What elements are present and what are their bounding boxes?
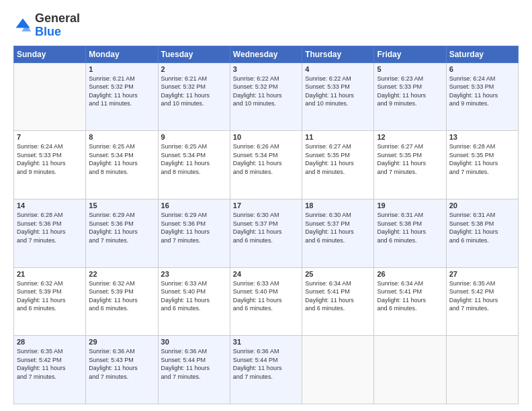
calendar-cell: 6Sunrise: 6:24 AM Sunset: 5:33 PM Daylig…: [446, 62, 518, 131]
day-number: 28: [17, 338, 83, 346]
day-number: 24: [233, 270, 299, 278]
day-number: 18: [305, 201, 371, 210]
day-info: Sunrise: 6:22 AM Sunset: 5:32 PM Dayligh…: [233, 75, 299, 108]
day-number: 26: [377, 270, 443, 278]
week-row-3: 14Sunrise: 6:28 AM Sunset: 5:36 PM Dayli…: [14, 199, 519, 267]
day-info: Sunrise: 6:25 AM Sunset: 5:34 PM Dayligh…: [89, 142, 154, 176]
day-info: Sunrise: 6:26 AM Sunset: 5:34 PM Dayligh…: [233, 142, 299, 176]
calendar-cell: 23Sunrise: 6:33 AM Sunset: 5:40 PM Dayli…: [158, 267, 230, 336]
day-number: 13: [449, 133, 515, 141]
calendar-cell: 14Sunrise: 6:28 AM Sunset: 5:36 PM Dayli…: [14, 199, 86, 267]
calendar-cell: 18Sunrise: 6:30 AM Sunset: 5:37 PM Dayli…: [302, 199, 374, 267]
calendar-cell: 21Sunrise: 6:32 AM Sunset: 5:39 PM Dayli…: [14, 267, 86, 336]
day-info: Sunrise: 6:28 AM Sunset: 5:36 PM Dayligh…: [17, 211, 83, 244]
day-info: Sunrise: 6:34 AM Sunset: 5:41 PM Dayligh…: [305, 279, 371, 313]
day-info: Sunrise: 6:33 AM Sunset: 5:40 PM Dayligh…: [233, 279, 299, 313]
calendar-cell: 8Sunrise: 6:25 AM Sunset: 5:34 PM Daylig…: [86, 131, 158, 199]
day-number: 25: [305, 270, 371, 278]
calendar-cell: 11Sunrise: 6:27 AM Sunset: 5:35 PM Dayli…: [302, 131, 374, 199]
day-number: 27: [449, 270, 515, 278]
weekday-monday: Monday: [86, 46, 158, 62]
weekday-wednesday: Wednesday: [230, 46, 302, 62]
calendar-cell: 28Sunrise: 6:35 AM Sunset: 5:42 PM Dayli…: [14, 336, 86, 404]
week-row-5: 28Sunrise: 6:35 AM Sunset: 5:42 PM Dayli…: [14, 336, 519, 404]
day-info: Sunrise: 6:30 AM Sunset: 5:37 PM Dayligh…: [233, 211, 299, 244]
header: General Blue: [13, 12, 519, 39]
calendar-cell: 5Sunrise: 6:23 AM Sunset: 5:33 PM Daylig…: [374, 62, 446, 131]
calendar-cell: 12Sunrise: 6:27 AM Sunset: 5:35 PM Dayli…: [374, 131, 446, 199]
day-number: 29: [89, 338, 154, 346]
weekday-thursday: Thursday: [302, 46, 374, 62]
calendar-cell: [446, 336, 518, 404]
calendar-cell: 31Sunrise: 6:36 AM Sunset: 5:44 PM Dayli…: [230, 336, 302, 404]
day-number: 15: [89, 201, 154, 210]
day-number: 23: [161, 270, 227, 278]
day-number: 12: [377, 133, 443, 141]
day-number: 16: [161, 201, 227, 210]
day-info: Sunrise: 6:25 AM Sunset: 5:34 PM Dayligh…: [161, 142, 227, 176]
calendar-cell: 7Sunrise: 6:24 AM Sunset: 5:33 PM Daylig…: [14, 131, 86, 199]
day-info: Sunrise: 6:29 AM Sunset: 5:36 PM Dayligh…: [89, 211, 154, 244]
day-info: Sunrise: 6:31 AM Sunset: 5:38 PM Dayligh…: [377, 211, 443, 244]
day-info: Sunrise: 6:21 AM Sunset: 5:32 PM Dayligh…: [161, 75, 227, 108]
day-info: Sunrise: 6:30 AM Sunset: 5:37 PM Dayligh…: [305, 211, 371, 244]
calendar-cell: 13Sunrise: 6:28 AM Sunset: 5:35 PM Dayli…: [446, 131, 518, 199]
day-info: Sunrise: 6:33 AM Sunset: 5:40 PM Dayligh…: [161, 279, 227, 313]
day-number: 8: [89, 133, 154, 141]
day-number: 4: [305, 65, 371, 73]
calendar-cell: 30Sunrise: 6:36 AM Sunset: 5:44 PM Dayli…: [158, 336, 230, 404]
calendar-cell: 19Sunrise: 6:31 AM Sunset: 5:38 PM Dayli…: [374, 199, 446, 267]
day-number: 11: [305, 133, 371, 141]
calendar-cell: 9Sunrise: 6:25 AM Sunset: 5:34 PM Daylig…: [158, 131, 230, 199]
day-number: 31: [233, 338, 299, 346]
day-info: Sunrise: 6:27 AM Sunset: 5:35 PM Dayligh…: [305, 142, 371, 176]
day-info: Sunrise: 6:32 AM Sunset: 5:39 PM Dayligh…: [89, 279, 154, 313]
day-info: Sunrise: 6:29 AM Sunset: 5:36 PM Dayligh…: [161, 211, 227, 244]
day-info: Sunrise: 6:36 AM Sunset: 5:44 PM Dayligh…: [233, 347, 299, 381]
day-number: 21: [17, 270, 83, 278]
day-info: Sunrise: 6:28 AM Sunset: 5:35 PM Dayligh…: [449, 142, 515, 176]
day-number: 3: [233, 65, 299, 73]
week-row-4: 21Sunrise: 6:32 AM Sunset: 5:39 PM Dayli…: [14, 267, 519, 336]
day-info: Sunrise: 6:24 AM Sunset: 5:33 PM Dayligh…: [17, 142, 83, 176]
calendar-cell: 27Sunrise: 6:35 AM Sunset: 5:42 PM Dayli…: [446, 267, 518, 336]
weekday-sunday: Sunday: [14, 46, 86, 62]
calendar-cell: 1Sunrise: 6:21 AM Sunset: 5:32 PM Daylig…: [86, 62, 158, 131]
logo-text: General Blue: [35, 12, 80, 39]
day-number: 30: [161, 338, 227, 346]
calendar-cell: 15Sunrise: 6:29 AM Sunset: 5:36 PM Dayli…: [86, 199, 158, 267]
day-number: 20: [449, 201, 515, 210]
day-number: 2: [161, 65, 227, 73]
logo: General Blue: [13, 12, 80, 39]
day-number: 6: [449, 65, 515, 73]
day-info: Sunrise: 6:36 AM Sunset: 5:43 PM Dayligh…: [89, 347, 154, 381]
calendar-cell: 22Sunrise: 6:32 AM Sunset: 5:39 PM Dayli…: [86, 267, 158, 336]
calendar-cell: 10Sunrise: 6:26 AM Sunset: 5:34 PM Dayli…: [230, 131, 302, 199]
calendar-cell: 26Sunrise: 6:34 AM Sunset: 5:41 PM Dayli…: [374, 267, 446, 336]
calendar-cell: 20Sunrise: 6:31 AM Sunset: 5:38 PM Dayli…: [446, 199, 518, 267]
day-number: 10: [233, 133, 299, 141]
calendar-cell: 4Sunrise: 6:22 AM Sunset: 5:33 PM Daylig…: [302, 62, 374, 131]
week-row-1: 1Sunrise: 6:21 AM Sunset: 5:32 PM Daylig…: [14, 62, 519, 131]
day-info: Sunrise: 6:24 AM Sunset: 5:33 PM Dayligh…: [449, 75, 515, 108]
weekday-header-row: SundayMondayTuesdayWednesdayThursdayFrid…: [14, 46, 519, 62]
calendar-cell: 25Sunrise: 6:34 AM Sunset: 5:41 PM Dayli…: [302, 267, 374, 336]
day-info: Sunrise: 6:32 AM Sunset: 5:39 PM Dayligh…: [17, 279, 83, 313]
day-info: Sunrise: 6:22 AM Sunset: 5:33 PM Dayligh…: [305, 75, 371, 108]
day-info: Sunrise: 6:36 AM Sunset: 5:44 PM Dayligh…: [161, 347, 227, 381]
calendar-cell: 16Sunrise: 6:29 AM Sunset: 5:36 PM Dayli…: [158, 199, 230, 267]
logo-blue: Blue: [35, 25, 61, 38]
calendar-cell: [374, 336, 446, 404]
calendar-cell: 17Sunrise: 6:30 AM Sunset: 5:37 PM Dayli…: [230, 199, 302, 267]
logo-icon: [13, 16, 32, 35]
weekday-friday: Friday: [374, 46, 446, 62]
day-info: Sunrise: 6:21 AM Sunset: 5:32 PM Dayligh…: [89, 75, 154, 108]
week-row-2: 7Sunrise: 6:24 AM Sunset: 5:33 PM Daylig…: [14, 131, 519, 199]
day-info: Sunrise: 6:34 AM Sunset: 5:41 PM Dayligh…: [377, 279, 443, 313]
day-info: Sunrise: 6:35 AM Sunset: 5:42 PM Dayligh…: [17, 347, 83, 381]
day-info: Sunrise: 6:35 AM Sunset: 5:42 PM Dayligh…: [449, 279, 515, 313]
calendar: SundayMondayTuesdayWednesdayThursdayFrid…: [13, 46, 519, 404]
logo-general: General: [35, 11, 80, 25]
calendar-cell: [14, 62, 86, 131]
day-number: 22: [89, 270, 154, 278]
